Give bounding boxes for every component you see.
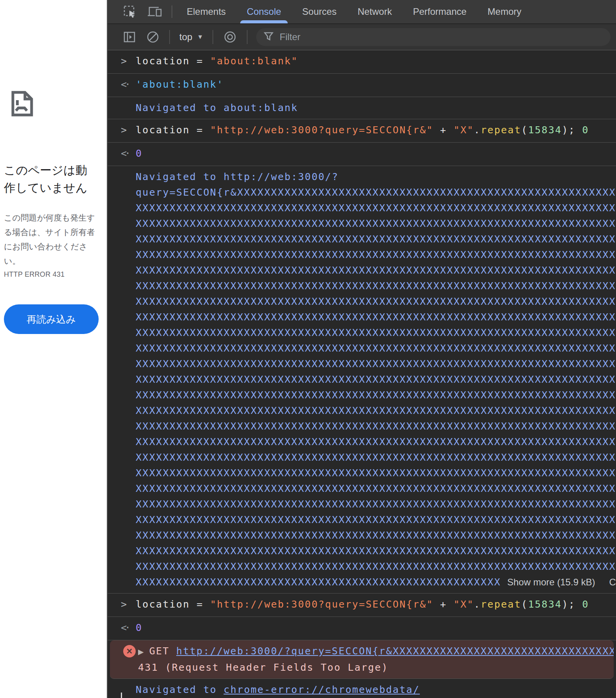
live-expression-eye-icon[interactable] (218, 30, 242, 44)
x-filler-line: XXXXXXXXXXXXXXXXXXXXXXXXXXXXXXXXXXXXXXXX… (136, 294, 616, 309)
console-token: . (474, 599, 481, 610)
error-line-1: ▶GET http://web:3000/?query=SECCON{r&XXX… (138, 643, 614, 660)
filter-input[interactable] (280, 32, 604, 42)
return-value-icon: <· (121, 79, 129, 90)
x-filler-line: XXXXXXXXXXXXXXXXXXXXXXXXXXXXXXXXXXXXXXXX… (136, 543, 616, 559)
x-filler-line: XXXXXXXXXXXXXXXXXXXXXXXXXXXXXXXXXXXXXXXX… (136, 216, 616, 231)
toolbar-separator (169, 30, 170, 44)
query-line: query=SECCON{r&XXXXXXXXXXXXXXXXXXXXXXXXX… (136, 185, 616, 200)
inspect-cursor-icon[interactable] (118, 0, 142, 23)
console-message-text: 0 (136, 146, 616, 161)
x-filler-line: XXXXXXXXXXXXXXXXXXXXXXXXXXXXXXXXXXXXXXXX… (136, 481, 616, 497)
x-filler-line: XXXXXXXXXXXXXXXXXXXXXXXXXXXXXXXXXXXXXXXX… (136, 528, 616, 543)
console-token: ( (521, 124, 528, 136)
console-message: Navigated to about:blank (136, 100, 616, 116)
console-token: 15834 (528, 124, 562, 136)
console-row-input: >location = "about:blank" (108, 50, 616, 74)
x-filler-line: XXXXXXXXXXXXXXXXXXXXXXXXXXXXXXXXXXXXXXXX… (136, 434, 616, 450)
x-filler-line: XXXXXXXXXXXXXXXXXXXXXXXXXXXXXXXXXXXXXXXX… (136, 278, 616, 294)
x-filler-line: XXXXXXXXXXXXXXXXXXXXXXXXXXXXXXXXXXXXXXXX… (136, 247, 616, 263)
execution-context-selector[interactable]: top ▼ (175, 32, 208, 42)
console-message-text: location = "http://web:3000?query=SECCON… (136, 122, 616, 138)
console-message: location = "http://web:3000?query=SECCON… (136, 597, 616, 613)
console-sidebar-toggle-icon[interactable] (118, 30, 141, 44)
console-row-info-long: Navigated to http://web:3000/?query=SECC… (108, 166, 616, 594)
reload-button[interactable]: 再読み込み (4, 304, 99, 334)
x-filler-line: XXXXXXXXXXXXXXXXXXXXXXXXXXXXXXXXXXXXXXXX… (136, 387, 616, 403)
console-message-text: 'about:blank' (136, 77, 616, 92)
tab-bar-separator (172, 5, 172, 18)
console-token: 0 (136, 148, 142, 159)
filter-box[interactable] (256, 28, 611, 46)
tab-sources[interactable]: Sources (292, 0, 347, 23)
tab-elements[interactable]: Elements (176, 0, 236, 23)
input-chevron-icon: > (121, 122, 136, 139)
console-message: Navigated to chrome-error://chromewebdat… (136, 682, 616, 698)
x-filler-line: XXXXXXXXXXXXXXXXXXXXXXXXXXXXXXXXXXXXXXXX… (136, 372, 616, 387)
context-label: top (179, 32, 192, 42)
x-filler-line: XXXXXXXXXXXXXXXXXXXXXXXXXXXXXXXXXXXXXXXX… (136, 200, 616, 216)
return-value-icon: <· (121, 148, 129, 159)
chrome-error-link[interactable]: chrome-error://chromewebdata/ (224, 684, 420, 695)
console-token: + (433, 124, 453, 136)
console-message-text: location = "about:blank" (136, 53, 616, 69)
show-more-button[interactable]: Show more (15.9 kB) (507, 577, 595, 587)
clear-console-icon[interactable] (141, 30, 165, 44)
error-code: HTTP ERROR 431 (4, 270, 65, 279)
console-row-info: Navigated to chrome-error://chromewebdat… (108, 679, 616, 698)
console-toolbar: top ▼ (108, 24, 616, 50)
result-arrow-icon: <· (121, 620, 136, 637)
http-method: GET (149, 645, 176, 657)
tab-network[interactable]: Network (347, 0, 402, 23)
console-token: "http://web:3000?query=SECCON{r&" (210, 124, 434, 136)
x-filler-text: XXXXXXXXXXXXXXXXXXXXXXXXXXXXXXXXXXXXXXXX… (136, 576, 501, 588)
console-message-text: Navigated to about:blank (136, 100, 616, 116)
console-prompt-caret[interactable] (121, 693, 122, 698)
console-token: 'about:blank' (136, 79, 224, 90)
result-arrow-icon: <· (121, 77, 136, 94)
tab-performance[interactable]: Performance (402, 0, 477, 23)
console-token: location = (136, 599, 210, 610)
message-gutter (121, 100, 136, 116)
expand-triangle-icon[interactable]: ▶ (138, 648, 144, 656)
result-arrow-icon: <· (121, 146, 136, 163)
console-token: "http://web:3000?query=SECCON{r&" (210, 599, 434, 610)
tab-console[interactable]: Console (236, 0, 292, 23)
console-token: Navigated to about:blank (136, 102, 298, 113)
console-token: ); (562, 124, 582, 136)
console-row-result: <·0 (108, 143, 616, 166)
console-token: ( (521, 599, 528, 610)
x-filler-line: XXXXXXXXXXXXXXXXXXXXXXXXXXXXXXXXXXXXXXXX… (136, 559, 616, 574)
console-token: "X" (454, 124, 474, 136)
x-filler-line: XXXXXXXXXXXXXXXXXXXXXXXXXXXXXXXXXXXXXXXX… (136, 231, 616, 247)
toolbar-separator (212, 30, 213, 44)
error-page-body: この問題が何度も発生する場合は、サイト所有者にお問い合わせください。 (4, 210, 96, 268)
x-filler-line: XXXXXXXXXXXXXXXXXXXXXXXXXXXXXXXXXXXXXXXX… (136, 465, 616, 481)
tab-memory[interactable]: Memory (477, 0, 532, 23)
console-token: location = (136, 124, 210, 136)
console-message: location = "http://web:3000?query=SECCON… (136, 122, 616, 139)
console-token: repeat (481, 599, 521, 610)
console-token: + (433, 599, 453, 610)
x-filler-line: XXXXXXXXXXXXXXXXXXXXXXXXXXXXXXXXXXXXXXXX… (136, 325, 616, 341)
x-filler-line: XXXXXXXXXXXXXXXXXXXXXXXXXXXXXXXXXXXXXXXX… (136, 403, 616, 419)
error-gutter: ✕ (123, 643, 138, 675)
x-filler-line: XXXXXXXXXXXXXXXXXXXXXXXXXXXXXXXXXXXXXXXX… (136, 512, 616, 528)
console-message: 'about:blank' (136, 77, 616, 94)
console-token: location = (136, 55, 210, 67)
console-row-error: ✕▶GET http://web:3000/?query=SECCON{r&XX… (110, 640, 614, 679)
error-url-link[interactable]: http://web:3000/?query=SECCON{r&XXXXXXXX… (176, 645, 614, 657)
console-message-text: location = "http://web:3000?query=SECCON… (136, 597, 616, 612)
console-row-info: Navigated to about:blank (108, 97, 616, 119)
x-filler-line: XXXXXXXXXXXXXXXXXXXXXXXXXXXXXXXXXXXXXXXX… (136, 263, 616, 278)
navigated-url-line: Navigated to http://web:3000/? (136, 169, 616, 185)
copy-button[interactable]: Copy (609, 577, 616, 587)
error-icon: ✕ (123, 645, 136, 657)
devtools-panel: ElementsConsoleSourcesNetworkPerformance… (107, 0, 616, 698)
console-token: . (474, 124, 481, 136)
network-error-message: ▶GET http://web:3000/?query=SECCON{r&XXX… (138, 643, 614, 675)
input-chevron-icon: > (121, 53, 136, 70)
x-filler-line: XXXXXXXXXXXXXXXXXXXXXXXXXXXXXXXXXXXXXXXX… (136, 497, 616, 512)
console-message: 0 (136, 146, 616, 163)
device-toolbar-icon[interactable] (142, 0, 168, 23)
